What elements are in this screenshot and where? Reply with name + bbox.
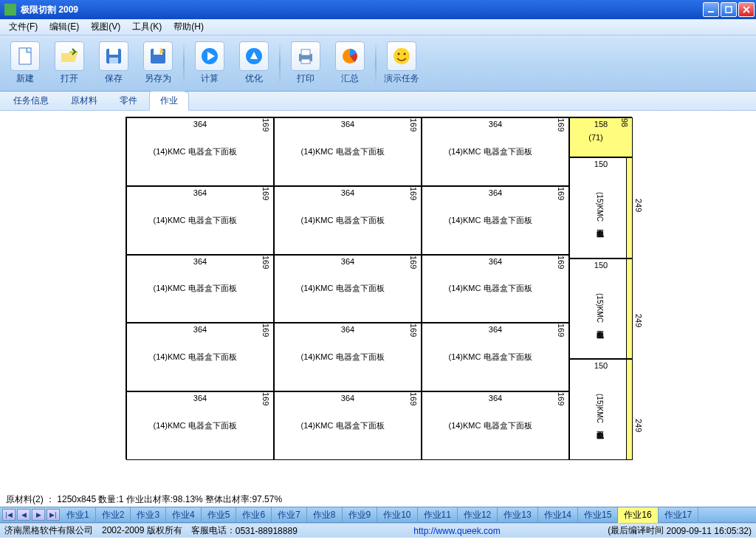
waste-piece[interactable]: 15898(71) xyxy=(569,117,633,157)
cut-piece-vertical[interactable]: 150(15)KMC 电器盒上面板 xyxy=(569,258,633,360)
footer: 济南黑格软件有限公司 2002-2009 版权所有 客服电话： 0531-889… xyxy=(0,523,756,538)
piece-label: (14)KMC 电器盒下面板 xyxy=(275,187,410,254)
waste-strip xyxy=(626,360,632,459)
app-icon xyxy=(4,4,16,16)
footer-company: 济南黑格软件有限公司 xyxy=(4,524,93,537)
toolbar-separator xyxy=(375,41,377,86)
job-tab[interactable]: 作业3 xyxy=(131,507,166,523)
svg-rect-12 xyxy=(301,59,310,64)
cut-piece[interactable]: 364169(14)KMC 电器盒下面板 xyxy=(126,255,274,323)
save-button[interactable]: 保存 xyxy=(92,38,136,89)
menu-file[interactable]: 文件(F) xyxy=(3,19,44,35)
job-tab[interactable]: 作业4 xyxy=(166,507,202,523)
saveas-button[interactable]: 另存为 xyxy=(136,38,180,89)
nav-prev-button[interactable]: ◀ xyxy=(17,509,30,521)
job-tab[interactable]: 作业17 xyxy=(659,507,698,523)
tab-material[interactable]: 原材料 xyxy=(61,92,108,110)
job-tab[interactable]: 作业7 xyxy=(272,507,307,523)
cut-piece[interactable]: 364169(14)KMC 电器盒下面板 xyxy=(422,323,569,391)
job-tab[interactable]: 作业12 xyxy=(458,507,498,523)
demo-button[interactable]: 演示任务 xyxy=(379,38,424,89)
job-tab[interactable]: 作业9 xyxy=(343,507,378,523)
summary-button[interactable]: 汇总 xyxy=(328,38,372,89)
tab-job[interactable]: 作业 xyxy=(149,91,189,111)
job-tab[interactable]: 作业1 xyxy=(61,507,96,523)
titlebar: 极限切割 2009 xyxy=(0,0,756,19)
piece-label: (14)KMC 电器盒下面板 xyxy=(127,392,263,459)
cut-piece[interactable]: 364169(14)KMC 电器盒下面板 xyxy=(422,117,569,186)
cut-piece[interactable]: 364169(14)KMC 电器盒下面板 xyxy=(422,186,569,255)
job-tab[interactable]: 作业5 xyxy=(202,507,237,523)
cut-piece[interactable]: 364169(14)KMC 电器盒下面板 xyxy=(422,391,569,460)
job-tab[interactable]: 作业10 xyxy=(377,507,417,523)
piece-label: (14)KMC 电器盒下面板 xyxy=(422,392,558,459)
job-tab[interactable]: 作业11 xyxy=(418,507,458,523)
cut-piece[interactable]: 364169(14)KMC 电器盒下面板 xyxy=(126,391,274,460)
svg-point-14 xyxy=(394,48,410,64)
job-tab[interactable]: 作业8 xyxy=(307,507,343,523)
print-button[interactable]: 打印 xyxy=(284,38,328,89)
tab-taskinfo[interactable]: 任务信息 xyxy=(3,92,59,110)
footer-copyright: 2002-2009 版权所有 xyxy=(102,524,182,537)
cut-piece-vertical[interactable]: 150(15)KMC 电器盒上面板 xyxy=(569,359,633,460)
footer-compile-time: 2009-09-11 16:05:32) xyxy=(667,526,752,536)
maximize-button[interactable] xyxy=(721,2,737,17)
sheet-height-label: 249 xyxy=(634,314,643,327)
footer-url[interactable]: http://www.queek.com xyxy=(413,526,500,536)
toolbar-separator xyxy=(183,41,185,86)
cut-piece[interactable]: 364169(14)KMC 电器盒下面板 xyxy=(126,186,274,255)
piece-label: (14)KMC 电器盒下面板 xyxy=(422,323,558,391)
job-tab[interactable]: 作业14 xyxy=(538,507,578,523)
new-button[interactable]: 新建 xyxy=(3,38,47,89)
minimize-button[interactable] xyxy=(703,2,719,17)
waste-strip xyxy=(626,259,632,359)
svg-rect-0 xyxy=(708,11,714,13)
sheet-height-label: 249 xyxy=(634,419,643,432)
cut-piece[interactable]: 364169(14)KMC 电器盒下面板 xyxy=(126,323,274,391)
tab-parts[interactable]: 零件 xyxy=(109,92,148,110)
piece-label: (14)KMC 电器盒下面板 xyxy=(275,392,410,459)
cut-piece[interactable]: 364169(14)KMC 电器盒下面板 xyxy=(274,391,422,460)
cut-piece[interactable]: 364169(14)KMC 电器盒下面板 xyxy=(422,255,569,323)
nav-next-button[interactable]: ▶ xyxy=(32,509,45,521)
calc-button[interactable]: 计算 xyxy=(188,38,232,89)
job-tab[interactable]: 作业15 xyxy=(578,507,618,523)
piece-label: (15)KMC 电器盒上面板 xyxy=(570,360,629,459)
cut-piece[interactable]: 364169(14)KMC 电器盒下面板 xyxy=(274,186,422,255)
svg-rect-1 xyxy=(726,7,732,13)
menu-tools[interactable]: 工具(K) xyxy=(126,19,168,35)
piece-label: (14)KMC 电器盒下面板 xyxy=(127,256,263,323)
piece-label: (71) xyxy=(570,118,622,157)
piece-label: (14)KMC 电器盒下面板 xyxy=(127,118,263,185)
tabbar: 任务信息 原材料 零件 作业 xyxy=(0,92,756,111)
svg-rect-4 xyxy=(109,49,118,55)
job-tab[interactable]: 作业6 xyxy=(236,507,272,523)
open-button[interactable]: 打开 xyxy=(47,38,92,89)
piece-label: (14)KMC 电器盒下面板 xyxy=(127,187,263,254)
cutting-sheet: 249 249 249 364169(14)KMC 电器盒下面板364169(1… xyxy=(126,117,632,459)
job-tab[interactable]: 作业13 xyxy=(498,507,537,523)
close-button[interactable] xyxy=(738,2,755,17)
menu-view[interactable]: 视图(V) xyxy=(85,19,126,35)
main-content: 249 249 249 364169(14)KMC 电器盒下面板364169(1… xyxy=(0,111,756,492)
cut-piece[interactable]: 364169(14)KMC 电器盒下面板 xyxy=(274,117,422,186)
menu-help[interactable]: 帮助(H) xyxy=(168,19,210,35)
nav-first-button[interactable]: |◀ xyxy=(2,509,16,521)
piece-label: (15)KMC 电器盒上面板 xyxy=(570,158,629,258)
cut-piece[interactable]: 364169(14)KMC 电器盒下面板 xyxy=(274,255,422,323)
piece-label: (14)KMC 电器盒下面板 xyxy=(422,187,558,254)
svg-rect-5 xyxy=(109,58,118,64)
footer-phone-label: 客服电话： xyxy=(191,524,236,537)
job-tab[interactable]: 作业2 xyxy=(96,507,131,523)
menu-edit[interactable]: 编辑(E) xyxy=(44,19,85,35)
nav-last-button[interactable]: ▶| xyxy=(47,509,60,521)
cut-piece[interactable]: 364169(14)KMC 电器盒下面板 xyxy=(274,323,422,391)
svg-point-15 xyxy=(398,53,400,55)
cut-piece[interactable]: 364169(14)KMC 电器盒下面板 xyxy=(126,117,274,186)
job-tab[interactable]: 作业16 xyxy=(618,507,658,523)
optimize-button[interactable]: 优化 xyxy=(232,38,276,89)
svg-rect-2 xyxy=(19,48,31,64)
cut-piece-vertical[interactable]: 150(15)KMC 电器盒上面板 xyxy=(569,157,633,258)
svg-point-16 xyxy=(404,53,406,55)
piece-label: (14)KMC 电器盒下面板 xyxy=(275,118,410,185)
